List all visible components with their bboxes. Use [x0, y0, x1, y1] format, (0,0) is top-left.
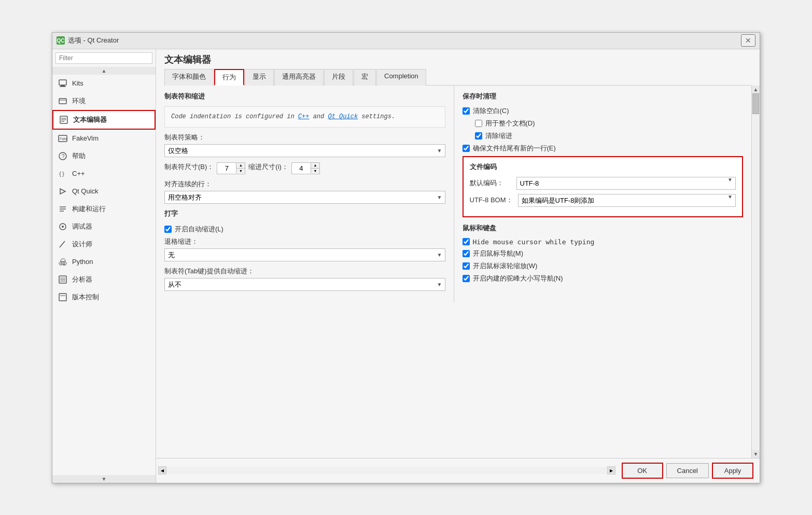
- sidebar-item-fakevim[interactable]: Fake FakeVim: [52, 130, 156, 147]
- tab-auto-select[interactable]: 从不 总是 在前导空白区域: [164, 278, 445, 291]
- indent-size-down[interactable]: ▼: [311, 168, 319, 173]
- tab-size-down[interactable]: ▼: [236, 168, 245, 173]
- sidebar-label-cpp: C++: [72, 170, 85, 177]
- sidebar-item-cpp[interactable]: {} C++: [52, 165, 156, 183]
- panel-title: 文本编辑器: [164, 53, 751, 66]
- auto-indent-row: 开启自动缩进(L): [164, 225, 445, 234]
- sidebar-label-debugger: 调试器: [72, 222, 92, 231]
- tab-size-up[interactable]: ▲: [236, 163, 245, 168]
- align-select[interactable]: 用空格对齐 不对齐: [164, 191, 445, 204]
- cpp-link[interactable]: C++: [298, 113, 310, 120]
- default-encoding-row: 默认编码： UTF-8 UTF-16 GBK System ▼: [470, 177, 736, 190]
- svg-rect-26: [59, 294, 66, 301]
- tab-font-color[interactable]: 字体和颜色: [164, 69, 214, 86]
- vscroll-up-btn[interactable]: ▲: [752, 86, 760, 93]
- sidebar-item-debugger[interactable]: 调试器: [52, 218, 156, 235]
- version-control-icon: [58, 292, 68, 302]
- vscroll-track[interactable]: [752, 93, 760, 450]
- panel-scroll-area[interactable]: 制表符和缩进 Code indentation is configured in…: [156, 86, 751, 458]
- typing-title: 打字: [164, 209, 445, 218]
- info-text1: Code indentation is configured in: [171, 113, 298, 120]
- tab-behavior[interactable]: 行为: [214, 69, 244, 86]
- ensure-newline-checkbox[interactable]: [463, 145, 470, 152]
- hide-cursor-checkbox[interactable]: [463, 238, 470, 245]
- default-encoding-select[interactable]: UTF-8 UTF-16 GBK System: [516, 177, 736, 190]
- tab-policy-select[interactable]: 仅空格 仅制表符 混合: [164, 144, 445, 157]
- hscroll-track[interactable]: [166, 467, 607, 474]
- clean-indent-row: 清除缩进: [463, 131, 744, 141]
- svg-rect-0: [59, 80, 66, 85]
- close-button[interactable]: ✕: [741, 34, 755, 47]
- hscroll-left[interactable]: ◀: [158, 466, 166, 475]
- tab-size-input[interactable]: [217, 163, 236, 174]
- vscroll-down-btn[interactable]: ▼: [752, 450, 760, 458]
- clean-indent-checkbox[interactable]: [475, 132, 482, 140]
- entire-document-checkbox[interactable]: [475, 120, 482, 127]
- scroll-down-arrow[interactable]: ▼: [52, 475, 156, 483]
- sidebar-label-python: Python: [72, 258, 93, 266]
- tab-generic-highlighter[interactable]: 通用高亮器: [274, 69, 324, 86]
- indent-size-up[interactable]: ▲: [311, 163, 319, 168]
- cancel-button[interactable]: Cancel: [666, 463, 709, 478]
- indentation-info: Code indentation is configured in C++ an…: [164, 106, 445, 128]
- mouse-scroll-row: 开启鼠标滚轮缩放(W): [463, 261, 744, 271]
- sidebar-item-python[interactable]: Python: [52, 253, 156, 271]
- filter-input[interactable]: [55, 52, 152, 64]
- align-label: 对齐连续的行：: [164, 179, 445, 189]
- tab-display[interactable]: 显示: [245, 69, 274, 86]
- sidebar: ▲ Kits 环境: [52, 49, 156, 483]
- sidebar-item-environment[interactable]: 环境: [52, 92, 156, 110]
- backspace-select[interactable]: 无 一级 全部: [164, 248, 445, 261]
- qt-quick-link[interactable]: Qt Quick: [328, 113, 358, 120]
- mouse-keyboard-section: 鼠标和键盘: [463, 224, 744, 233]
- sidebar-item-qt-quick[interactable]: Qt Quick: [52, 183, 156, 200]
- mouse-nav-checkbox[interactable]: [463, 250, 470, 257]
- sidebar-item-text-editor[interactable]: 文本编辑器: [52, 110, 156, 130]
- vertical-scrollbar[interactable]: ▲ ▼: [751, 86, 760, 458]
- tab-size-spinners: ▲ ▼: [236, 163, 245, 173]
- tab-policy-select-wrapper: 仅空格 仅制表符 混合 ▼: [164, 144, 445, 157]
- sidebar-item-build-run[interactable]: 构建和运行: [52, 200, 156, 218]
- camel-nav-checkbox[interactable]: [463, 275, 470, 282]
- default-encoding-select-wrapper: UTF-8 UTF-16 GBK System ▼: [516, 177, 736, 190]
- sidebar-item-analyzer[interactable]: 分析器: [52, 271, 156, 288]
- sidebar-item-version-control[interactable]: 版本控制: [52, 288, 156, 306]
- debugger-icon: [58, 221, 68, 232]
- tab-policy-label: 制表符策略：: [164, 133, 445, 142]
- sidebar-item-kits[interactable]: Kits: [52, 75, 156, 92]
- tab-snippets[interactable]: 片段: [324, 69, 353, 86]
- environment-icon: [58, 96, 68, 106]
- apply-button[interactable]: Apply: [712, 463, 753, 479]
- tab-macros[interactable]: 宏: [354, 69, 376, 86]
- help-icon: ?: [58, 151, 68, 161]
- title-bar-left: QC 选项 - Qt Creator: [57, 36, 119, 45]
- svg-point-19: [62, 226, 64, 228]
- save-title: 保存时清理: [463, 92, 744, 101]
- tab-auto-select-wrapper: 从不 总是 在前导空白区域 ▼: [164, 278, 445, 291]
- svg-line-20: [60, 241, 65, 247]
- default-encoding-label: 默认编码：: [470, 178, 511, 188]
- auto-indent-label: 开启自动缩进(L): [175, 225, 223, 234]
- utf8-bom-select[interactable]: 如果编码是UTF-8则添加 总是添加 从不添加: [518, 194, 736, 207]
- indent-size-spinners: ▲ ▼: [311, 163, 319, 173]
- clean-whitespace-checkbox[interactable]: [463, 107, 470, 115]
- sidebar-item-help[interactable]: ? 帮助: [52, 147, 156, 165]
- hide-cursor-label: Hide mouse cursor while typing: [473, 238, 595, 246]
- auto-indent-checkbox[interactable]: [164, 226, 172, 233]
- title-bar: QC 选项 - Qt Creator ✕: [52, 33, 760, 49]
- ok-button[interactable]: OK: [622, 463, 663, 479]
- sidebar-item-designer[interactable]: 设计师: [52, 235, 156, 253]
- entire-document-label: 用于整个文档(D): [485, 119, 535, 128]
- scroll-up-arrow[interactable]: ▲: [52, 67, 156, 75]
- mouse-scroll-checkbox[interactable]: [463, 262, 470, 270]
- python-icon: [58, 257, 68, 267]
- indent-size-input[interactable]: [292, 163, 311, 174]
- hscroll-right[interactable]: ▶: [607, 466, 615, 475]
- sidebar-label-text-editor: 文本编辑器: [73, 115, 107, 124]
- vscroll-thumb[interactable]: [752, 93, 759, 114]
- typing-section: 打字: [164, 209, 445, 218]
- sidebar-label-environment: 环境: [72, 96, 86, 106]
- cpp-icon: {}: [58, 169, 68, 179]
- clean-whitespace-row: 清除空白(C): [463, 106, 744, 116]
- tab-completion[interactable]: Completion: [376, 69, 426, 86]
